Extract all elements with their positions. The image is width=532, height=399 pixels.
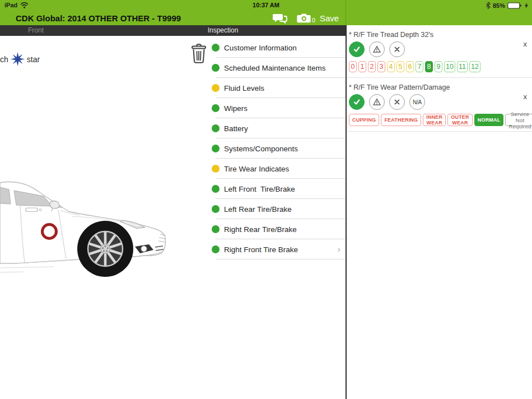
status-dot xyxy=(212,104,220,112)
cupping-button[interactable]: CUPPING xyxy=(349,114,379,126)
depth-10-button[interactable]: 10 xyxy=(444,61,455,72)
panel-seam xyxy=(346,0,346,25)
list-item-label: Left Front Tire/Brake xyxy=(224,185,295,193)
rating-buttons: N/A xyxy=(349,94,528,110)
list-item[interactable]: Wipers xyxy=(185,98,346,118)
section-title: * R/F Tire Tread Depth 32's xyxy=(349,31,528,39)
depth-8-button-selected[interactable]: 8 xyxy=(425,61,433,72)
list-item-label: Tire Wear Indicates xyxy=(224,165,289,173)
section-title: * R/F Tire Wear Pattern/Damage xyxy=(349,83,528,91)
camera-icon[interactable] xyxy=(297,13,311,24)
photo-count: 0 xyxy=(312,17,315,24)
chevron-right-icon: › xyxy=(337,244,340,255)
list-item[interactable]: Tire Wear Indicates xyxy=(185,159,346,179)
depth-5-button[interactable]: 5 xyxy=(396,61,404,72)
check-icon xyxy=(352,45,361,54)
tread-depth-section: * R/F Tire Tread Depth 32's x xyxy=(347,25,532,78)
depth-0-button[interactable]: 0 xyxy=(349,61,357,72)
fail-button[interactable] xyxy=(389,41,405,57)
app-screen: iPad 10:37 AM 85% CDK Global: 201 xyxy=(0,0,532,399)
depth-12-button[interactable]: 12 xyxy=(469,61,480,72)
depth-9-button[interactable]: 9 xyxy=(435,61,442,72)
feathering-button[interactable]: FEATHERING xyxy=(381,114,421,126)
list-item[interactable]: Scheduled Maintenance Items xyxy=(185,58,346,78)
chat-icon[interactable] xyxy=(273,13,287,24)
close-icon[interactable]: x xyxy=(524,92,528,101)
status-dot xyxy=(212,165,220,173)
depth-3-button[interactable]: 3 xyxy=(377,61,385,72)
depth-11-button[interactable]: 11 xyxy=(457,61,468,72)
bluetooth-icon xyxy=(486,2,491,9)
list-item-selected[interactable]: Right Front Tire Brake › xyxy=(185,239,346,259)
list-item-label: Battery xyxy=(224,124,248,133)
tab-inspection[interactable]: Inspection xyxy=(195,25,251,36)
save-button[interactable]: Save xyxy=(320,11,339,25)
battery-icon xyxy=(507,2,522,9)
warning-triangle-icon xyxy=(372,45,381,54)
fail-button[interactable] xyxy=(389,94,405,110)
status-dot xyxy=(212,84,220,92)
close-icon[interactable]: x xyxy=(524,40,528,48)
x-icon xyxy=(393,45,401,53)
depth-6-button[interactable]: 6 xyxy=(406,61,414,72)
list-item[interactable]: Battery xyxy=(185,118,346,138)
detail-panel: * R/F Tire Tread Depth 32's x xyxy=(347,25,532,399)
inner-wear-button[interactable]: INNER WEAR xyxy=(423,114,446,126)
depth-1-button[interactable]: 1 xyxy=(358,61,366,72)
warning-button[interactable] xyxy=(369,41,385,57)
warning-triangle-icon xyxy=(372,98,381,106)
list-item-label: Fluid Levels xyxy=(224,84,264,92)
check-icon xyxy=(352,98,361,106)
list-item-label: Right Rear Tire/Brake xyxy=(224,225,297,234)
list-item-label: Right Front Tire Brake xyxy=(224,245,298,254)
list-item[interactable]: Fluid Levels xyxy=(185,78,346,98)
tab-front[interactable]: Front xyxy=(21,25,50,36)
status-dot xyxy=(212,145,220,152)
list-item[interactable]: Left Rear Tire/Brake xyxy=(185,199,346,219)
list-item[interactable]: Right Rear Tire/Brake xyxy=(185,219,346,239)
list-item-label: Customer Information xyxy=(224,44,297,52)
pass-button[interactable] xyxy=(349,94,365,110)
depth-4-button[interactable]: 4 xyxy=(387,61,395,72)
list-item-label: Wipers xyxy=(224,104,248,113)
vehicle-diagram[interactable] xyxy=(0,168,168,280)
list-item[interactable]: Left Front Tire/Brake xyxy=(185,179,346,199)
canvas-label-suffix: star xyxy=(27,55,40,64)
list-item[interactable]: Customer Information xyxy=(185,38,346,58)
clock: 10:37 AM xyxy=(0,2,532,8)
na-button[interactable]: N/A xyxy=(409,94,425,110)
depth-2-button[interactable]: 2 xyxy=(368,61,376,72)
car-front-illustration xyxy=(0,168,168,280)
canvas-label-prefix: ch xyxy=(0,55,8,64)
status-dot xyxy=(212,205,220,213)
list-item-label: Left Rear Tire/Brake xyxy=(224,205,292,214)
status-dot xyxy=(212,124,220,132)
pass-button[interactable] xyxy=(349,41,365,57)
rating-buttons xyxy=(349,41,528,57)
status-dot xyxy=(212,44,220,52)
list-item-label: Systems/Components xyxy=(224,145,298,153)
service-not-required-button[interactable]: Service Not Required xyxy=(505,114,532,126)
nav-bar: CDK Global: 2014 OTHER OTHER - T9999 0 S… xyxy=(0,11,532,25)
battery-percent: 85% xyxy=(493,2,505,9)
na-label: N/A xyxy=(413,99,422,105)
wear-options: CUPPING FEATHERING INNER WEAR OUTER WEAR… xyxy=(349,114,528,126)
normal-button-selected[interactable]: NORMAL xyxy=(474,114,504,126)
outer-wear-button[interactable]: OUTER WEAR xyxy=(447,114,473,126)
status-dot xyxy=(212,225,220,233)
status-bar: iPad 10:37 AM 85% xyxy=(0,0,532,11)
tread-depth-scale: 0 1 2 3 4 5 6 7 8 9 10 11 12 xyxy=(349,61,528,72)
tab-bar: Front Inspection xyxy=(0,25,346,36)
wear-pattern-section: * R/F Tire Wear Pattern/Damage x xyxy=(347,78,532,132)
list-item-label: Scheduled Maintenance Items xyxy=(224,64,326,72)
list-item[interactable]: Systems/Components xyxy=(185,138,346,159)
canvas-label: ch star xyxy=(0,52,40,67)
status-dot xyxy=(212,64,220,72)
inspection-list: Customer Information Scheduled Maintenan… xyxy=(185,38,346,259)
warning-button[interactable] xyxy=(369,94,385,110)
x-icon xyxy=(393,98,401,106)
page-title: CDK Global: 2014 OTHER OTHER - T9999 xyxy=(16,11,181,25)
status-dot xyxy=(212,245,220,253)
star-icon xyxy=(10,52,25,67)
depth-7-button[interactable]: 7 xyxy=(416,61,423,72)
